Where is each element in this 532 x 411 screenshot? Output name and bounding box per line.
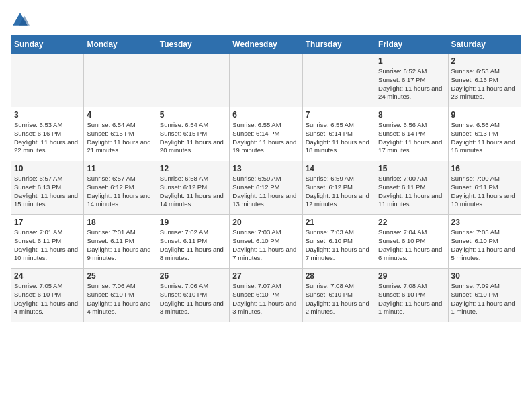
weekday-header-wednesday: Wednesday: [230, 36, 302, 54]
calendar-cell: 6 Sunrise: 6:55 AMSunset: 6:14 PMDayligh…: [230, 107, 302, 161]
day-info: Sunrise: 7:09 AMSunset: 6:10 PMDaylight:…: [451, 282, 518, 316]
day-info: Sunrise: 7:02 AMSunset: 6:11 PMDaylight:…: [160, 228, 226, 263]
day-info: Sunrise: 6:55 AMSunset: 6:14 PMDaylight:…: [232, 121, 299, 155]
calendar-cell: 28 Sunrise: 7:08 AMSunset: 6:10 PMDaylig…: [302, 269, 375, 322]
day-number: 11: [87, 164, 153, 173]
calendar-cell: 4 Sunrise: 6:54 AMSunset: 6:15 PMDayligh…: [84, 107, 157, 161]
calendar-cell: 21 Sunrise: 7:03 AMSunset: 6:10 PMDaylig…: [302, 215, 375, 269]
day-info: Sunrise: 6:55 AMSunset: 6:14 PMDaylight:…: [306, 121, 372, 155]
calendar-cell: 18 Sunrise: 7:01 AMSunset: 6:11 PMDaylig…: [84, 215, 157, 269]
calendar-cell: 27 Sunrise: 7:07 AMSunset: 6:10 PMDaylig…: [230, 269, 302, 322]
calendar-cell: 23 Sunrise: 7:05 AMSunset: 6:10 PMDaylig…: [448, 215, 521, 269]
calendar-week-row: 10 Sunrise: 6:57 AMSunset: 6:13 PMDaylig…: [11, 161, 521, 215]
day-info: Sunrise: 7:08 AMSunset: 6:10 PMDaylight:…: [378, 282, 445, 316]
calendar-cell: 3 Sunrise: 6:53 AMSunset: 6:16 PMDayligh…: [11, 107, 84, 161]
calendar-cell: 30 Sunrise: 7:09 AMSunset: 6:10 PMDaylig…: [448, 269, 521, 322]
day-info: Sunrise: 7:05 AMSunset: 6:10 PMDaylight:…: [451, 228, 518, 263]
calendar-cell: 26 Sunrise: 7:06 AMSunset: 6:10 PMDaylig…: [157, 269, 229, 322]
day-number: 1: [378, 56, 445, 66]
day-number: 17: [14, 218, 81, 227]
day-info: Sunrise: 7:07 AMSunset: 6:10 PMDaylight:…: [232, 282, 299, 316]
calendar-cell: 11 Sunrise: 6:57 AMSunset: 6:12 PMDaylig…: [84, 161, 157, 215]
day-info: Sunrise: 6:52 AMSunset: 6:17 PMDaylight:…: [378, 67, 445, 101]
calendar-cell: 12 Sunrise: 6:58 AMSunset: 6:12 PMDaylig…: [157, 161, 229, 215]
weekday-header-saturday: Saturday: [448, 36, 521, 54]
day-number: 4: [87, 110, 153, 120]
day-number: 28: [306, 271, 372, 281]
day-number: 22: [378, 218, 445, 227]
day-number: 5: [160, 110, 226, 120]
day-info: Sunrise: 7:03 AMSunset: 6:10 PMDaylight:…: [232, 228, 299, 263]
calendar-cell: 25 Sunrise: 7:06 AMSunset: 6:10 PMDaylig…: [84, 269, 157, 322]
weekday-header-thursday: Thursday: [302, 36, 375, 54]
day-number: 16: [451, 164, 518, 173]
day-info: Sunrise: 6:59 AMSunset: 6:12 PMDaylight:…: [232, 175, 299, 209]
day-number: 6: [232, 110, 299, 120]
day-info: Sunrise: 7:06 AMSunset: 6:10 PMDaylight:…: [160, 282, 226, 316]
day-number: 19: [160, 218, 226, 227]
day-info: Sunrise: 7:04 AMSunset: 6:10 PMDaylight:…: [378, 228, 445, 263]
calendar-cell: 1 Sunrise: 6:52 AMSunset: 6:17 PMDayligh…: [375, 54, 448, 107]
calendar-cell: 9 Sunrise: 6:56 AMSunset: 6:13 PMDayligh…: [448, 107, 521, 161]
day-number: 23: [451, 218, 518, 227]
day-number: 8: [378, 110, 445, 120]
day-number: 13: [232, 164, 299, 173]
day-number: 9: [451, 110, 518, 120]
day-info: Sunrise: 6:57 AMSunset: 6:13 PMDaylight:…: [14, 175, 81, 209]
day-number: 14: [306, 164, 372, 173]
day-info: Sunrise: 6:53 AMSunset: 6:16 PMDaylight:…: [14, 121, 81, 155]
day-info: Sunrise: 7:06 AMSunset: 6:10 PMDaylight:…: [87, 282, 153, 316]
calendar-cell: 16 Sunrise: 7:00 AMSunset: 6:11 PMDaylig…: [448, 161, 521, 215]
calendar-cell: 13 Sunrise: 6:59 AMSunset: 6:12 PMDaylig…: [230, 161, 302, 215]
calendar-cell: 7 Sunrise: 6:55 AMSunset: 6:14 PMDayligh…: [302, 107, 375, 161]
page-header: [11, 11, 521, 30]
calendar-cell: [230, 54, 302, 107]
day-info: Sunrise: 6:59 AMSunset: 6:12 PMDaylight:…: [306, 175, 372, 209]
day-info: Sunrise: 6:56 AMSunset: 6:14 PMDaylight:…: [378, 121, 445, 155]
calendar-cell: 17 Sunrise: 7:01 AMSunset: 6:11 PMDaylig…: [11, 215, 84, 269]
day-number: 3: [14, 110, 81, 120]
day-info: Sunrise: 6:58 AMSunset: 6:12 PMDaylight:…: [160, 175, 226, 209]
day-info: Sunrise: 7:00 AMSunset: 6:11 PMDaylight:…: [451, 175, 518, 209]
calendar-cell: 10 Sunrise: 6:57 AMSunset: 6:13 PMDaylig…: [11, 161, 84, 215]
weekday-header-sunday: Sunday: [11, 36, 84, 54]
calendar-cell: 24 Sunrise: 7:05 AMSunset: 6:10 PMDaylig…: [11, 269, 84, 322]
day-number: 21: [306, 218, 372, 227]
logo: [11, 11, 32, 30]
calendar-cell: [302, 54, 375, 107]
day-number: 15: [378, 164, 445, 173]
day-info: Sunrise: 6:54 AMSunset: 6:15 PMDaylight:…: [160, 121, 226, 155]
day-number: 29: [378, 271, 445, 281]
calendar-cell: 15 Sunrise: 7:00 AMSunset: 6:11 PMDaylig…: [375, 161, 448, 215]
day-number: 26: [160, 271, 226, 281]
calendar-week-row: 24 Sunrise: 7:05 AMSunset: 6:10 PMDaylig…: [11, 269, 521, 322]
day-info: Sunrise: 6:54 AMSunset: 6:15 PMDaylight:…: [87, 121, 153, 155]
calendar-week-row: 1 Sunrise: 6:52 AMSunset: 6:17 PMDayligh…: [11, 54, 521, 107]
day-number: 7: [306, 110, 372, 120]
day-info: Sunrise: 7:03 AMSunset: 6:10 PMDaylight:…: [306, 228, 372, 263]
weekday-header-friday: Friday: [375, 36, 448, 54]
calendar-cell: 8 Sunrise: 6:56 AMSunset: 6:14 PMDayligh…: [375, 107, 448, 161]
day-number: 25: [87, 271, 153, 281]
day-number: 30: [451, 271, 518, 281]
calendar-cell: 22 Sunrise: 7:04 AMSunset: 6:10 PMDaylig…: [375, 215, 448, 269]
calendar-cell: 20 Sunrise: 7:03 AMSunset: 6:10 PMDaylig…: [230, 215, 302, 269]
calendar-table: SundayMondayTuesdayWednesdayThursdayFrid…: [11, 35, 521, 322]
day-number: 20: [232, 218, 299, 227]
day-number: 18: [87, 218, 153, 227]
calendar-cell: [84, 54, 157, 107]
calendar-cell: 5 Sunrise: 6:54 AMSunset: 6:15 PMDayligh…: [157, 107, 229, 161]
calendar-cell: [11, 54, 84, 107]
calendar-cell: 29 Sunrise: 7:08 AMSunset: 6:10 PMDaylig…: [375, 269, 448, 322]
day-number: 10: [14, 164, 81, 173]
day-info: Sunrise: 6:56 AMSunset: 6:13 PMDaylight:…: [451, 121, 518, 155]
calendar-week-row: 17 Sunrise: 7:01 AMSunset: 6:11 PMDaylig…: [11, 215, 521, 269]
day-info: Sunrise: 6:57 AMSunset: 6:12 PMDaylight:…: [87, 175, 153, 209]
day-number: 2: [451, 56, 518, 66]
logo-icon: [11, 11, 30, 30]
calendar-week-row: 3 Sunrise: 6:53 AMSunset: 6:16 PMDayligh…: [11, 107, 521, 161]
calendar-cell: 14 Sunrise: 6:59 AMSunset: 6:12 PMDaylig…: [302, 161, 375, 215]
day-number: 24: [14, 271, 81, 281]
calendar-cell: 2 Sunrise: 6:53 AMSunset: 6:16 PMDayligh…: [448, 54, 521, 107]
day-info: Sunrise: 7:05 AMSunset: 6:10 PMDaylight:…: [14, 282, 81, 316]
